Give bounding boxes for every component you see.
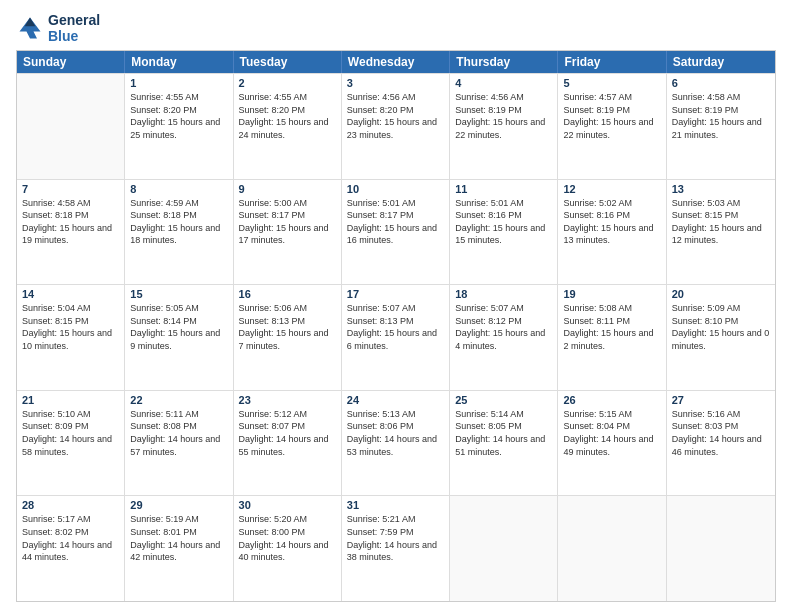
day-cell-15: 15Sunrise: 5:05 AMSunset: 8:14 PMDayligh… (125, 285, 233, 390)
day-header-tuesday: Tuesday (234, 51, 342, 73)
day-number: 2 (239, 77, 336, 89)
day-number: 28 (22, 499, 119, 511)
day-number: 27 (672, 394, 770, 406)
day-cell-30: 30Sunrise: 5:20 AMSunset: 8:00 PMDayligh… (234, 496, 342, 601)
day-number: 4 (455, 77, 552, 89)
day-number: 16 (239, 288, 336, 300)
day-number: 3 (347, 77, 444, 89)
day-number: 9 (239, 183, 336, 195)
day-number: 13 (672, 183, 770, 195)
calendar-body: 1Sunrise: 4:55 AMSunset: 8:20 PMDaylight… (17, 73, 775, 601)
day-number: 29 (130, 499, 227, 511)
day-info: Sunrise: 5:07 AMSunset: 8:13 PMDaylight:… (347, 302, 444, 352)
day-number: 11 (455, 183, 552, 195)
day-cell-27: 27Sunrise: 5:16 AMSunset: 8:03 PMDayligh… (667, 391, 775, 496)
day-info: Sunrise: 5:01 AMSunset: 8:17 PMDaylight:… (347, 197, 444, 247)
day-info: Sunrise: 5:08 AMSunset: 8:11 PMDaylight:… (563, 302, 660, 352)
day-cell-31: 31Sunrise: 5:21 AMSunset: 7:59 PMDayligh… (342, 496, 450, 601)
day-info: Sunrise: 5:02 AMSunset: 8:16 PMDaylight:… (563, 197, 660, 247)
day-number: 21 (22, 394, 119, 406)
day-cell-4: 4Sunrise: 4:56 AMSunset: 8:19 PMDaylight… (450, 74, 558, 179)
calendar-row-1: 1Sunrise: 4:55 AMSunset: 8:20 PMDaylight… (17, 73, 775, 179)
logo: General Blue (16, 12, 100, 44)
day-info: Sunrise: 5:17 AMSunset: 8:02 PMDaylight:… (22, 513, 119, 563)
day-header-wednesday: Wednesday (342, 51, 450, 73)
day-number: 12 (563, 183, 660, 195)
day-number: 15 (130, 288, 227, 300)
day-cell-26: 26Sunrise: 5:15 AMSunset: 8:04 PMDayligh… (558, 391, 666, 496)
day-info: Sunrise: 5:12 AMSunset: 8:07 PMDaylight:… (239, 408, 336, 458)
day-info: Sunrise: 4:56 AMSunset: 8:19 PMDaylight:… (455, 91, 552, 141)
day-cell-14: 14Sunrise: 5:04 AMSunset: 8:15 PMDayligh… (17, 285, 125, 390)
day-info: Sunrise: 5:07 AMSunset: 8:12 PMDaylight:… (455, 302, 552, 352)
day-number: 30 (239, 499, 336, 511)
day-info: Sunrise: 5:11 AMSunset: 8:08 PMDaylight:… (130, 408, 227, 458)
day-number: 7 (22, 183, 119, 195)
day-header-friday: Friday (558, 51, 666, 73)
day-number: 31 (347, 499, 444, 511)
day-number: 17 (347, 288, 444, 300)
day-cell-29: 29Sunrise: 5:19 AMSunset: 8:01 PMDayligh… (125, 496, 233, 601)
day-cell-8: 8Sunrise: 4:59 AMSunset: 8:18 PMDaylight… (125, 180, 233, 285)
calendar-row-3: 14Sunrise: 5:04 AMSunset: 8:15 PMDayligh… (17, 284, 775, 390)
day-info: Sunrise: 4:57 AMSunset: 8:19 PMDaylight:… (563, 91, 660, 141)
calendar-row-2: 7Sunrise: 4:58 AMSunset: 8:18 PMDaylight… (17, 179, 775, 285)
day-number: 19 (563, 288, 660, 300)
calendar-row-5: 28Sunrise: 5:17 AMSunset: 8:02 PMDayligh… (17, 495, 775, 601)
svg-marker-1 (25, 18, 36, 27)
day-cell-3: 3Sunrise: 4:56 AMSunset: 8:20 PMDaylight… (342, 74, 450, 179)
day-cell-25: 25Sunrise: 5:14 AMSunset: 8:05 PMDayligh… (450, 391, 558, 496)
day-info: Sunrise: 5:16 AMSunset: 8:03 PMDaylight:… (672, 408, 770, 458)
day-cell-1: 1Sunrise: 4:55 AMSunset: 8:20 PMDaylight… (125, 74, 233, 179)
day-cell-21: 21Sunrise: 5:10 AMSunset: 8:09 PMDayligh… (17, 391, 125, 496)
day-cell-13: 13Sunrise: 5:03 AMSunset: 8:15 PMDayligh… (667, 180, 775, 285)
logo-text: General Blue (48, 12, 100, 44)
day-cell-5: 5Sunrise: 4:57 AMSunset: 8:19 PMDaylight… (558, 74, 666, 179)
day-info: Sunrise: 5:10 AMSunset: 8:09 PMDaylight:… (22, 408, 119, 458)
day-number: 25 (455, 394, 552, 406)
day-cell-6: 6Sunrise: 4:58 AMSunset: 8:19 PMDaylight… (667, 74, 775, 179)
day-info: Sunrise: 5:03 AMSunset: 8:15 PMDaylight:… (672, 197, 770, 247)
day-header-thursday: Thursday (450, 51, 558, 73)
calendar-row-4: 21Sunrise: 5:10 AMSunset: 8:09 PMDayligh… (17, 390, 775, 496)
day-number: 24 (347, 394, 444, 406)
day-number: 22 (130, 394, 227, 406)
day-cell-20: 20Sunrise: 5:09 AMSunset: 8:10 PMDayligh… (667, 285, 775, 390)
day-number: 1 (130, 77, 227, 89)
calendar: SundayMondayTuesdayWednesdayThursdayFrid… (16, 50, 776, 602)
day-info: Sunrise: 4:59 AMSunset: 8:18 PMDaylight:… (130, 197, 227, 247)
day-number: 10 (347, 183, 444, 195)
day-number: 20 (672, 288, 770, 300)
empty-cell (667, 496, 775, 601)
day-number: 5 (563, 77, 660, 89)
day-cell-2: 2Sunrise: 4:55 AMSunset: 8:20 PMDaylight… (234, 74, 342, 179)
day-cell-12: 12Sunrise: 5:02 AMSunset: 8:16 PMDayligh… (558, 180, 666, 285)
day-number: 23 (239, 394, 336, 406)
day-cell-18: 18Sunrise: 5:07 AMSunset: 8:12 PMDayligh… (450, 285, 558, 390)
day-info: Sunrise: 5:20 AMSunset: 8:00 PMDaylight:… (239, 513, 336, 563)
day-cell-28: 28Sunrise: 5:17 AMSunset: 8:02 PMDayligh… (17, 496, 125, 601)
day-header-saturday: Saturday (667, 51, 775, 73)
day-info: Sunrise: 5:13 AMSunset: 8:06 PMDaylight:… (347, 408, 444, 458)
day-info: Sunrise: 5:09 AMSunset: 8:10 PMDaylight:… (672, 302, 770, 352)
day-info: Sunrise: 5:04 AMSunset: 8:15 PMDaylight:… (22, 302, 119, 352)
day-number: 14 (22, 288, 119, 300)
day-info: Sunrise: 4:55 AMSunset: 8:20 PMDaylight:… (130, 91, 227, 141)
day-info: Sunrise: 5:14 AMSunset: 8:05 PMDaylight:… (455, 408, 552, 458)
calendar-header-row: SundayMondayTuesdayWednesdayThursdayFrid… (17, 51, 775, 73)
day-cell-7: 7Sunrise: 4:58 AMSunset: 8:18 PMDaylight… (17, 180, 125, 285)
day-cell-23: 23Sunrise: 5:12 AMSunset: 8:07 PMDayligh… (234, 391, 342, 496)
day-cell-11: 11Sunrise: 5:01 AMSunset: 8:16 PMDayligh… (450, 180, 558, 285)
day-header-sunday: Sunday (17, 51, 125, 73)
day-info: Sunrise: 5:19 AMSunset: 8:01 PMDaylight:… (130, 513, 227, 563)
day-header-monday: Monday (125, 51, 233, 73)
day-info: Sunrise: 4:58 AMSunset: 8:19 PMDaylight:… (672, 91, 770, 141)
day-info: Sunrise: 5:05 AMSunset: 8:14 PMDaylight:… (130, 302, 227, 352)
day-info: Sunrise: 4:56 AMSunset: 8:20 PMDaylight:… (347, 91, 444, 141)
empty-cell (450, 496, 558, 601)
logo-icon (16, 14, 44, 42)
day-info: Sunrise: 5:15 AMSunset: 8:04 PMDaylight:… (563, 408, 660, 458)
day-info: Sunrise: 4:55 AMSunset: 8:20 PMDaylight:… (239, 91, 336, 141)
day-number: 18 (455, 288, 552, 300)
day-number: 8 (130, 183, 227, 195)
